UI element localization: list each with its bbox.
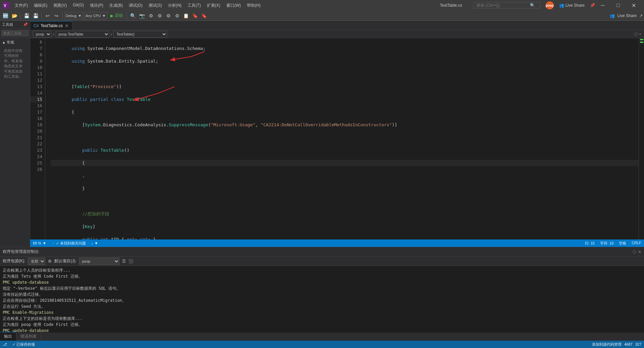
btn-c[interactable]: ⚙ [164, 12, 172, 20]
menu-extensions[interactable]: 扩展(X) [204, 1, 223, 10]
menu-analyze[interactable]: 分析(N) [165, 1, 184, 10]
tab-label: TestTable.cs [41, 23, 63, 28]
tab-error-list[interactable]: 错误列表 [16, 332, 41, 341]
pm-output-line-6: 正在应用自动迁移: 202108140532511_AutomaticMigra… [3, 297, 641, 303]
code-text[interactable]: using System.ComponentModel.DataAnnotati… [45, 38, 639, 239]
stop-icon[interactable]: ⬛ [128, 259, 133, 264]
status-right: 行: 15 字符: 10 空格 CRLF [585, 241, 641, 246]
title-right: 🔍 poop 👥 Live Share 📌 [473, 1, 595, 9]
pm-output-line-7: 正在运行 Seed 方法。 [3, 303, 641, 309]
menu-tools[interactable]: 工具(T) [185, 1, 203, 10]
menu-edit[interactable]: 编辑(E) [31, 1, 50, 10]
bottom-panel-toolbar: 程序包源(K): 全部 ⚙ 默认项目(J): poop ☰ ⬛ [0, 257, 644, 266]
project-select[interactable]: poop [79, 258, 119, 265]
bottom-panel-content[interactable]: 正在检测上个人员的目标安装程序... 正为项目 Tets 使用 Code Fir… [0, 266, 644, 333]
menu-window[interactable]: 窗口(W) [224, 1, 244, 10]
bottom-panel-title: 程序包管理器控制台 [3, 249, 39, 255]
pin-icon[interactable]: 📌 [590, 3, 595, 8]
pm-output-line-5: 没有挂起的显式迁移。 [3, 291, 641, 297]
screenshot-btn[interactable]: 📷 [138, 12, 146, 20]
svg-text:V: V [4, 3, 6, 8]
run-button[interactable]: ▶ 启动 [108, 12, 125, 20]
menu-build[interactable]: 生成(B) [107, 1, 125, 10]
nav-expand-icon[interactable]: ⬡ [634, 32, 638, 37]
maximize-button[interactable]: □ [610, 0, 626, 11]
btn-e[interactable]: 📋 [182, 12, 190, 20]
vcs-chevron: ▼ [95, 241, 98, 245]
search-input[interactable] [476, 3, 530, 8]
pm-output-line-3: PMC update-database [3, 279, 641, 285]
pm-output-line-2: 正为项目 Tets 使用 Code First 迁移。 [3, 273, 641, 279]
menu-debug[interactable]: 调试(D) [126, 1, 145, 10]
platform-dropdown[interactable]: Any CPU ▼ [84, 12, 107, 19]
chevron-down-icon: ▼ [78, 14, 82, 18]
close-button[interactable]: ✕ [626, 0, 641, 11]
source-select[interactable]: 全部 [28, 258, 45, 265]
save-all-btn[interactable]: 💾 [32, 12, 40, 20]
btn-a[interactable]: ⚙ [147, 12, 155, 20]
code-editor[interactable]: 6 7 8 9 10 11 12 13 14 15 16 17 18 19 20… [30, 38, 644, 239]
title-bar: V 文件(F) 编辑(E) 视图(V) Git(G) 项目(P) 生成(B) 调… [0, 0, 644, 11]
menu-view[interactable]: 视图(V) [51, 1, 69, 10]
toolbox-search-input[interactable] [1, 30, 29, 36]
vcs-icon-area[interactable]: ↓ ▼ [91, 241, 98, 245]
btn-f[interactable]: 🔖 [191, 12, 199, 20]
menu-test[interactable]: 测试(S) [146, 1, 165, 10]
toolbox-empty-message: 此组中没有可用的控件。将某项拖至此文本可将其添加到工具箱。 [2, 46, 28, 82]
menu-file[interactable]: 文件(F) [12, 1, 31, 10]
nav-add-icon[interactable]: + [639, 32, 641, 37]
bottom-tabs: 输出 错误列表 [0, 333, 644, 341]
minimize-button[interactable]: ─ [595, 0, 610, 11]
vs-logo: V [3, 2, 9, 9]
user-avatar: poop [546, 1, 554, 9]
window-title: TestTable.cs [440, 3, 462, 8]
source-label: 程序包源(K): [3, 258, 25, 264]
new-project-btn[interactable]: 🆕 [1, 12, 10, 20]
global-search[interactable]: 🔍 [473, 2, 540, 9]
panel-close-icon[interactable]: ✕ [638, 250, 641, 254]
pm-output-line-1: 正在检测上个人员的目标安装程序... [3, 267, 641, 273]
pm-output-line-4: 指定 "-Verbose" 标志以显示应用于目标数据库的 SQL 语句。 [3, 285, 641, 291]
tab-icon: C# [34, 23, 39, 28]
open-btn[interactable]: 📂 [10, 12, 19, 20]
editor-area: C# TestTable.cs ✕ poop › poop.TestTable … [30, 21, 644, 247]
nav-class-dropdown[interactable]: poop.TestTable [56, 31, 109, 38]
editor-right-gutter[interactable] [639, 38, 644, 239]
bottom-panel-header: 程序包管理器控制台 ⬡ ✕ [0, 247, 644, 257]
menu-git[interactable]: Git(G) [70, 1, 87, 10]
btn-d[interactable]: ⚙ [173, 12, 181, 20]
toolbox-section-toggle[interactable]: ▲ 常规 [2, 39, 28, 46]
search-toolbar-btn[interactable]: 🔍 [129, 12, 137, 20]
toolbox-search-area[interactable] [0, 29, 30, 38]
debug-config-dropdown[interactable]: Debug ▼ [64, 12, 83, 19]
status-check: ✓ ✓ 未找到相关问题 [52, 241, 86, 246]
toolbox-panel: 工具箱 📌 ▲ 常规 此组中没有可用的控件。将某项拖至此文本可将其添加到工具箱。 [0, 21, 30, 247]
status-link[interactable]: 添加到源代码管理 [592, 342, 622, 347]
pm-output-line-11: PMC update-database [3, 328, 641, 333]
menu-help[interactable]: 帮助(H) [244, 1, 263, 10]
toolbar-sep-3 [62, 12, 62, 19]
btn-g[interactable]: 🔖 [200, 12, 208, 20]
save-btn[interactable]: 💾 [22, 12, 31, 20]
main-layout: 工具箱 📌 ▲ 常规 此组中没有可用的控件。将某项拖至此文本可将其添加到工具箱。… [0, 21, 644, 341]
zoom-control[interactable]: 69 % ▼ [33, 241, 46, 245]
tab-testtable[interactable]: C# TestTable.cs ✕ [30, 21, 72, 30]
settings-icon-pm[interactable]: ⚙ [48, 259, 52, 264]
live-share-icon: 👥 [559, 3, 564, 8]
toolbox-pin[interactable]: 📌 [23, 22, 28, 27]
nav-method-dropdown[interactable]: TestTable() [113, 31, 167, 38]
btn-b[interactable]: ⚙ [156, 12, 164, 20]
tab-close-btn[interactable]: ✕ [65, 23, 69, 28]
tab-output[interactable]: 输出 [0, 332, 16, 341]
undo-btn[interactable]: ↩ [44, 12, 52, 20]
nav-project-dropdown[interactable]: poop [33, 31, 51, 38]
redo-btn[interactable]: ↪ [52, 12, 60, 20]
toolbar-sep-4 [127, 12, 127, 19]
live-share-toolbar-icon: 👥 [610, 13, 615, 18]
editor-toolbox-row: 工具箱 📌 ▲ 常规 此组中没有可用的控件。将某项拖至此文本可将其添加到工具箱。… [0, 21, 644, 247]
panel-float-icon[interactable]: ⬡ [633, 250, 636, 254]
search-icon: 🔍 [530, 3, 535, 8]
list-icon[interactable]: ☰ [122, 259, 126, 264]
live-share-button[interactable]: 👥 Live Share [559, 3, 585, 8]
menu-project[interactable]: 项目(P) [87, 1, 106, 10]
